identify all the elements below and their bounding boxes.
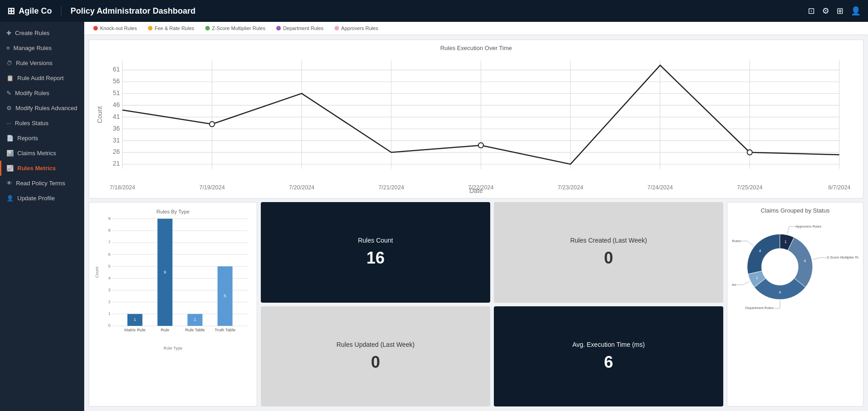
sidebar-item-modify-rules-advanced[interactable]: ⚙Modify Rules Advanced <box>0 101 84 116</box>
sidebar-item-create-rules[interactable]: ✚Create Rules <box>0 25 84 41</box>
svg-text:4: 4 <box>804 259 806 263</box>
svg-text:8: 8 <box>108 228 111 233</box>
svg-text:4: 4 <box>108 276 111 280</box>
main-content: Knock-out RulesFee & Rate RulesZ-Score M… <box>84 22 868 411</box>
legend-item: Z-Score Multiplier Rules <box>205 25 265 31</box>
topnav: ⊞ Agile Co Policy Administrator Dashboar… <box>0 0 868 22</box>
legend-bar: Knock-out RulesFee & Rate RulesZ-Score M… <box>84 22 868 35</box>
legend-item: Knock-out Rules <box>93 25 137 31</box>
rules-metrics-icon: 📈 <box>6 165 14 172</box>
edit-icon: ✎ <box>6 90 11 96</box>
sidebar-item-manage-rules[interactable]: ≡Manage Rules <box>0 41 84 56</box>
sidebar-item-label: Rules Status <box>15 120 49 127</box>
sidebar-item-label: Rules Metrics <box>17 165 56 172</box>
legend-label: Approvers Rules <box>341 25 378 31</box>
sidebar-item-claims-metrics[interactable]: 📊Claims Metrics <box>0 146 84 161</box>
sidebar-item-read-policy-terms[interactable]: 👁Read Policy Terms <box>0 176 84 191</box>
legend-dot <box>335 26 339 30</box>
bar-chart: Rules By Type 0 1 2 3 4 5 6 7 8 9 <box>94 207 252 353</box>
svg-text:5: 5 <box>108 264 111 269</box>
stat-label: Rules Updated (Last Week) <box>336 341 415 348</box>
stat-value: 0 <box>371 353 380 372</box>
svg-line-93 <box>747 241 754 246</box>
svg-point-37 <box>478 143 483 148</box>
sidebar: ✚Create Rules≡Manage Rules⏱Rule Versions… <box>0 22 84 411</box>
sidebar-item-reports[interactable]: 📄Reports <box>0 131 84 146</box>
brand-name: Agile Co <box>19 6 52 16</box>
svg-point-38 <box>747 150 752 155</box>
sidebar-item-label: Rule Versions <box>16 60 52 66</box>
svg-text:5: 5 <box>224 294 226 298</box>
brand-icon: ⊞ <box>7 5 15 16</box>
svg-text:7/23/2024: 7/23/2024 <box>558 184 583 191</box>
svg-text:6: 6 <box>108 252 111 257</box>
donut-chart-svg: 14414 Approvers Rules Z-Score Multiplier… <box>732 217 858 321</box>
stat-label: Rules Created (Last Week) <box>570 237 647 244</box>
svg-text:1: 1 <box>108 311 111 316</box>
legend-label: Department Rules <box>283 25 324 31</box>
line-chart-title: Rules Execution Over Time <box>94 45 858 51</box>
report-icon: 📄 <box>6 135 14 142</box>
donut-chart: 14414 Approvers Rules Z-Score Multiplier… <box>732 217 858 323</box>
stat-card-1: Rules Created (Last Week)0 <box>494 202 723 303</box>
svg-text:9: 9 <box>108 216 111 221</box>
monitor-icon[interactable]: ⊡ <box>808 6 815 16</box>
svg-text:Department Rules: Department Rules <box>745 306 773 310</box>
profile-icon: 👤 <box>6 195 14 202</box>
svg-text:7/24/2024: 7/24/2024 <box>647 184 673 191</box>
sidebar-item-modify-rules[interactable]: ✎Modify Rules <box>0 86 84 101</box>
donut-panel: Claims Grouped by Status 14414 Approvers… <box>727 202 863 406</box>
svg-text:46: 46 <box>113 101 120 108</box>
svg-text:Rules By Type: Rules By Type <box>157 209 189 214</box>
svg-text:31: 31 <box>113 137 120 144</box>
svg-text:41: 41 <box>113 113 120 120</box>
sidebar-item-rule-audit-report[interactable]: 📋Rule Audit Report <box>0 71 84 86</box>
svg-text:9: 9 <box>164 270 166 274</box>
stat-label: Rules Count <box>358 237 393 244</box>
stat-value: 0 <box>604 249 613 268</box>
sidebar-item-label: Create Rules <box>15 30 50 36</box>
legend-label: Knock-out Rules <box>100 25 137 31</box>
svg-text:Count: Count <box>95 267 99 278</box>
stat-label: Avg. Execution Time (ms) <box>572 341 645 348</box>
svg-text:Fee & Rate Rules: Fee & Rate Rules <box>732 283 736 287</box>
user-icon[interactable]: 👤 <box>851 6 861 16</box>
bottom-panels: Rules By Type 0 1 2 3 4 5 6 7 8 9 <box>89 202 863 406</box>
svg-text:7/18/2024: 7/18/2024 <box>110 184 135 191</box>
donut-chart-title: Claims Grouped by Status <box>732 207 858 214</box>
read-icon: 👁 <box>6 180 12 187</box>
status-icon: ··· <box>6 120 11 127</box>
sidebar-item-rules-metrics[interactable]: 📈Rules Metrics <box>0 161 84 176</box>
svg-text:Date: Date <box>469 187 483 194</box>
sidebar-item-label: Read Policy Terms <box>16 180 65 187</box>
audit-icon: 📋 <box>6 75 14 81</box>
legend-dot <box>276 26 281 30</box>
legend-dot <box>148 26 152 30</box>
stat-card-0: Rules Count16 <box>261 202 490 303</box>
svg-text:7/19/2024: 7/19/2024 <box>199 184 225 191</box>
svg-text:51: 51 <box>113 89 120 96</box>
grid-icon[interactable]: ⊞ <box>837 6 843 16</box>
sidebar-item-rule-versions[interactable]: ⏱Rule Versions <box>0 56 84 71</box>
svg-text:7/20/2024: 7/20/2024 <box>289 184 315 191</box>
svg-text:Approvers Rules: Approvers Rules <box>796 224 822 228</box>
legend-item: Department Rules <box>276 25 324 31</box>
bell-icon[interactable]: ⚙ <box>822 6 829 16</box>
topnav-icons: ⊡ ⚙ ⊞ 👤 <box>808 6 861 16</box>
sidebar-item-label: Modify Rules <box>15 90 49 96</box>
bar-chart-panel: Rules By Type 0 1 2 3 4 5 6 7 8 9 <box>89 202 257 406</box>
svg-text:Rule: Rule <box>161 328 169 332</box>
stat-card-3: Avg. Execution Time (ms)6 <box>494 306 723 407</box>
stat-value: 6 <box>604 353 613 372</box>
sidebar-item-label: Rule Audit Report <box>17 75 64 81</box>
svg-text:Truth Table: Truth Table <box>215 328 236 332</box>
svg-text:7/21/2024: 7/21/2024 <box>379 184 404 191</box>
sidebar-item-update-profile[interactable]: 👤Update Profile <box>0 191 84 206</box>
versions-icon: ⏱ <box>6 60 12 66</box>
svg-text:Z-Score Multiplier Rules: Z-Score Multiplier Rules <box>827 255 858 259</box>
stats-grid: Rules Count16Rules Created (Last Week)0R… <box>261 202 723 406</box>
legend-dot <box>205 26 210 30</box>
sidebar-item-rules-status[interactable]: ···Rules Status <box>0 116 84 131</box>
svg-text:0: 0 <box>108 323 111 328</box>
sidebar-item-label: Claims Metrics <box>17 150 56 157</box>
